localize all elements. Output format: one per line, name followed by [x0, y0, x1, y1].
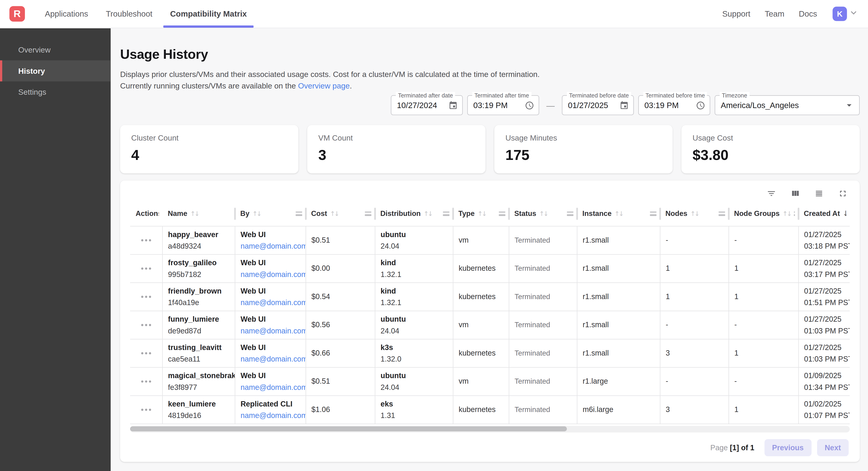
clock-icon[interactable] [525, 100, 534, 110]
density-icon[interactable] [814, 188, 824, 198]
row-actions-button[interactable] [136, 255, 156, 282]
row-actions-button[interactable] [136, 226, 156, 254]
row-actions-button[interactable] [136, 396, 156, 423]
cell-distribution: kind1.32.1 [375, 283, 453, 311]
columns-icon[interactable] [790, 188, 800, 198]
cell-value: Terminated [515, 235, 571, 245]
nav-item-team[interactable]: Team [765, 9, 784, 18]
email-link[interactable]: name@domain.com [241, 297, 300, 307]
cell-status: Terminated [509, 254, 577, 283]
column-menu-icon[interactable] [365, 211, 372, 216]
sort-icon[interactable]: ↑↓ [477, 210, 486, 217]
filter-icon[interactable] [767, 188, 776, 198]
column-header-status[interactable]: Status↑↓ [509, 202, 577, 226]
cell-instance: r1.small [577, 254, 660, 283]
account-menu[interactable]: K [833, 7, 859, 21]
email-link[interactable]: name@domain.com [241, 382, 300, 392]
horizontal-scrollbar-thumb[interactable] [130, 426, 567, 431]
cell-name: trusting_leavittcae5ea11 [162, 339, 235, 367]
terminated-after-time-field[interactable]: Terminated after time 03:19 PM [467, 95, 539, 115]
cell-value: vm [459, 235, 503, 245]
avatar[interactable]: K [833, 7, 847, 21]
sort-icon[interactable]: ↑↓ [424, 210, 432, 217]
field-value[interactable]: 03:19 PM [644, 101, 692, 110]
email-link[interactable]: name@domain.com [241, 269, 300, 279]
stat-cards: Cluster Count 4 VM Count 3 Usage Minutes… [120, 125, 860, 173]
column-header-type[interactable]: Type↑↓ [453, 202, 509, 226]
column-menu-icon[interactable] [794, 211, 795, 216]
cell-primary-text: Web UI [241, 342, 300, 353]
stat-label: Usage Cost [692, 134, 849, 142]
column-header-distribution[interactable]: Distribution↑↓ [375, 202, 453, 226]
sort-icon[interactable]: ↑↓ [190, 210, 198, 217]
replicated-logo[interactable]: R [9, 6, 25, 22]
sidebar-item-settings[interactable]: Settings [0, 81, 111, 102]
cell-value: 1 [734, 291, 793, 302]
nav-item-troubleshoot[interactable]: Troubleshoot [99, 0, 159, 28]
sort-icon[interactable]: ↑↓ [690, 210, 699, 217]
column-menu-icon[interactable] [718, 211, 725, 216]
fullscreen-icon[interactable] [838, 188, 847, 198]
column-menu-icon[interactable] [296, 211, 302, 216]
cell-value: kubernetes [459, 348, 503, 358]
field-value[interactable]: 10/27/2024 [397, 101, 445, 110]
column-header-cost[interactable]: Cost↑↓ [306, 202, 375, 226]
sidebar-item-overview[interactable]: Overview [0, 39, 111, 60]
timezone-select[interactable]: Timezone America/Los_Angeles [715, 95, 860, 115]
row-actions-button[interactable] [136, 283, 156, 311]
email-link[interactable]: name@domain.com [241, 241, 300, 251]
cell-nodes: - [660, 311, 728, 339]
usage-minutes-card: Usage Minutes 175 [494, 125, 673, 173]
overview-page-link[interactable]: Overview page [298, 81, 350, 90]
field-value[interactable]: 01/27/2025 [568, 101, 616, 110]
nav-item-applications[interactable]: Applications [38, 0, 95, 28]
terminated-before-date-field[interactable]: Terminated before date 01/27/2025 [562, 95, 634, 115]
terminated-after-date-field[interactable]: Terminated after date 10/27/2024 [391, 95, 463, 115]
cell-value: - [666, 376, 723, 387]
email-link[interactable]: name@domain.com [241, 325, 300, 336]
calendar-icon[interactable] [448, 100, 458, 110]
clock-icon[interactable] [696, 100, 705, 110]
sort-icon[interactable]: ↑↓ [330, 210, 338, 217]
sort-desc-icon[interactable]: ↓ [843, 209, 846, 218]
calendar-icon[interactable] [619, 100, 629, 110]
cell-type: vm [453, 226, 509, 254]
terminated-before-time-field[interactable]: Terminated before time 03:19 PM [638, 95, 710, 115]
table-row: keen_lumiere4819de16Replicated CLIname@d… [130, 395, 850, 424]
next-page-button[interactable]: Next [817, 439, 849, 456]
cell-cost: $0.51 [306, 226, 375, 254]
nav-item-support[interactable]: Support [722, 9, 750, 18]
sort-icon[interactable]: ↑↓ [614, 210, 623, 217]
column-menu-icon[interactable] [567, 211, 574, 216]
sort-icon[interactable]: ↑↓ [782, 210, 791, 217]
cell-primary-text: Replicated CLI [241, 399, 300, 409]
field-value[interactable]: America/Los_Angeles [721, 101, 840, 110]
cell-instance: r1.small [577, 283, 660, 311]
field-label: Timezone [720, 92, 749, 99]
nav-item-docs[interactable]: Docs [799, 9, 817, 18]
nav-item-compatibility-matrix[interactable]: Compatibility Matrix [163, 0, 254, 28]
row-actions-button[interactable] [136, 339, 156, 367]
sort-icon[interactable]: ↑↓ [252, 210, 261, 217]
column-header-instance[interactable]: Instance↑↓ [577, 202, 660, 226]
column-header-node-groups[interactable]: Node Groups↑↓ [728, 202, 798, 226]
email-link[interactable]: name@domain.com [241, 410, 300, 420]
sidebar-item-history[interactable]: History [0, 60, 111, 81]
column-menu-icon[interactable] [443, 211, 450, 216]
column-header-by[interactable]: By↑↓ [235, 202, 306, 226]
column-menu-icon[interactable] [650, 211, 656, 216]
previous-page-button[interactable]: Previous [764, 439, 811, 456]
cell-value: Terminated [515, 291, 571, 302]
row-actions-button[interactable] [136, 311, 156, 338]
row-actions-button[interactable] [136, 367, 156, 395]
field-value[interactable]: 03:19 PM [473, 101, 522, 110]
column-header-created-at[interactable]: Created At↓ [798, 202, 849, 226]
column-header-nodes[interactable]: Nodes↑↓ [660, 202, 728, 226]
email-link[interactable]: name@domain.com [241, 353, 300, 364]
sort-icon[interactable]: ↑↓ [539, 210, 548, 217]
dropdown-arrow-icon[interactable] [844, 100, 855, 111]
horizontal-scrollbar-track[interactable] [130, 425, 850, 432]
column-header-name[interactable]: Name↑↓ [162, 202, 235, 226]
column-menu-icon[interactable] [499, 211, 505, 216]
cell-value: - [666, 320, 723, 330]
